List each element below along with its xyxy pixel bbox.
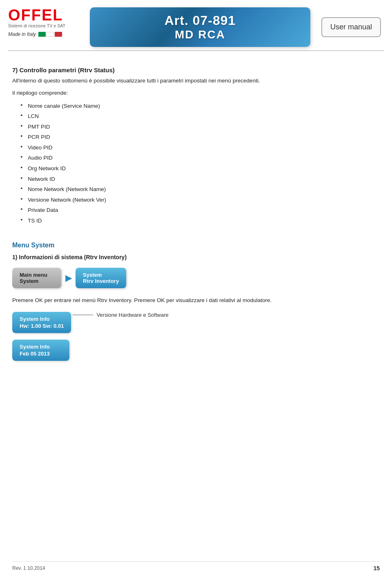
list-item: Org Network ID bbox=[20, 164, 380, 173]
user-manual-area: User manual bbox=[318, 7, 384, 47]
section7: 7) Controllo parametri (Rtrv Status) All… bbox=[12, 67, 380, 225]
section7-heading: 7) Controllo parametri (Rtrv Status) bbox=[12, 67, 380, 73]
list-item: LCN bbox=[20, 112, 380, 121]
system-info-1-label: System Info bbox=[20, 316, 64, 322]
list-item: Video PID bbox=[20, 143, 380, 152]
page-footer: Rev. 1 10.2014 15 bbox=[12, 561, 380, 571]
arrow-icon: ▶ bbox=[65, 273, 71, 283]
list-item: Audio PID bbox=[20, 153, 380, 162]
system-info-1-value: Hw: 1.00 Sw: 0.01 bbox=[20, 323, 64, 329]
footer-page: 15 bbox=[373, 565, 380, 571]
section7-intro: All'interno di questo sottomenù è possib… bbox=[12, 77, 380, 85]
made-in-italy: Made in Italy bbox=[8, 31, 82, 37]
system-info-row-1: System Info Hw: 1.00 Sw: 0.01 Versione H… bbox=[12, 312, 380, 333]
logo-area: OFFEL Sistemi di ricezione TV e SAT Made… bbox=[8, 7, 82, 47]
title-area: Art. 07-891 MD RCA bbox=[90, 7, 310, 47]
bullet-list: Nome canale (Service Name) LCN PMT PID P… bbox=[20, 102, 380, 225]
nav-box1-title: Main menu bbox=[20, 272, 54, 278]
nav-boxes: Main menu System ▶ System Rtrv Inventory bbox=[12, 268, 380, 288]
system-info-box-1: System Info Hw: 1.00 Sw: 0.01 bbox=[12, 312, 71, 333]
list-item: Private Data bbox=[20, 206, 380, 215]
rtrv-inventory-box: System Rtrv Inventory bbox=[76, 268, 126, 288]
list-item: Versione Network (Network Ver) bbox=[20, 196, 380, 205]
page-header: OFFEL Sistemi di ricezione TV e SAT Made… bbox=[0, 0, 392, 47]
menu-system-section: Menu System 1) Informazioni di sistema (… bbox=[12, 242, 380, 361]
system-info-1-desc: Versione Hardware e Software bbox=[96, 312, 168, 318]
menu-system-title: Menu System bbox=[12, 242, 380, 249]
title-main: Art. 07-891 bbox=[165, 13, 236, 28]
title-sub: MD RCA bbox=[175, 28, 225, 41]
logo-subtitle: Sistemi di ricezione TV e SAT bbox=[8, 24, 82, 28]
system-info-2-label: System Info bbox=[20, 344, 62, 350]
nav-box2-title: System bbox=[83, 272, 119, 278]
info-line-1: System Info Hw: 1.00 Sw: 0.01 Versione H… bbox=[12, 312, 169, 333]
list-item: Nome Network (Network Name) bbox=[20, 185, 380, 194]
flag-icon bbox=[38, 32, 62, 37]
system-info-row-2: System Info Feb 05 2013 bbox=[12, 340, 380, 361]
riepilogo-label: Il riepilogo comprende: bbox=[12, 89, 380, 97]
list-item: Network ID bbox=[20, 175, 380, 184]
user-manual-box: User manual bbox=[321, 17, 381, 37]
main-menu-box: Main menu System bbox=[12, 268, 61, 288]
subsection-heading: 1) Informazioni di sistema (Rtrv Invento… bbox=[12, 254, 380, 260]
footer-rev: Rev. 1 10.2014 bbox=[12, 565, 45, 571]
main-content: 7) Controllo parametri (Rtrv Status) All… bbox=[0, 51, 392, 392]
nav-box1-subtitle: System bbox=[20, 278, 54, 284]
logo-text: OFFEL bbox=[8, 7, 82, 23]
list-item: PMT PID bbox=[20, 122, 380, 131]
list-item: PCR PID bbox=[20, 133, 380, 142]
system-info-2-value: Feb 05 2013 bbox=[20, 351, 62, 357]
list-item: Nome canale (Service Name) bbox=[20, 102, 380, 111]
nav-box2-subtitle: Rtrv Inventory bbox=[83, 278, 119, 284]
system-info-box-2: System Info Feb 05 2013 bbox=[12, 340, 69, 361]
desc1: Premere OK per entrare nel menù Rtrv Inv… bbox=[12, 296, 380, 305]
list-item: TS ID bbox=[20, 216, 380, 225]
